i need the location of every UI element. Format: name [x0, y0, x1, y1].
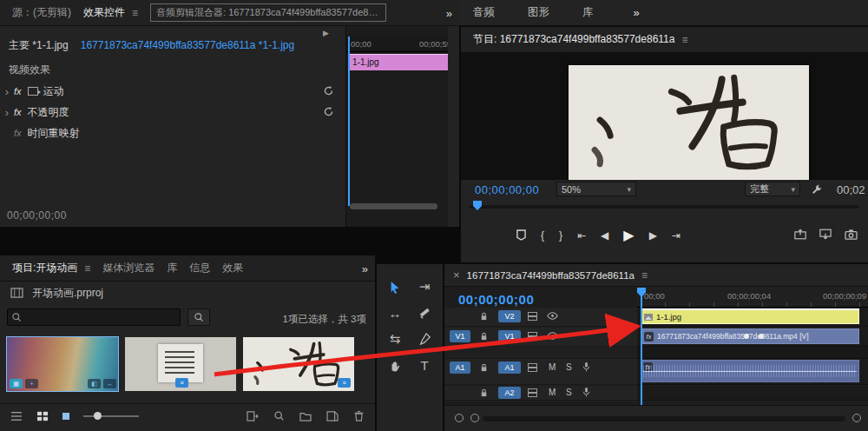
source-patch-a1[interactable]: A1	[450, 361, 470, 374]
track-v1-badge[interactable]: V1	[498, 330, 521, 342]
eye-icon[interactable]	[547, 331, 558, 341]
automate-to-sequence-icon[interactable]	[247, 411, 259, 421]
timeline-zoom-handle[interactable]	[455, 414, 464, 422]
track-v2-header[interactable]: V2	[444, 308, 637, 327]
project-tab-overflow-icon[interactable]: »	[362, 262, 368, 275]
tab-info[interactable]: 信息	[189, 261, 210, 275]
track-a2-content[interactable]	[637, 386, 868, 401]
mic-icon[interactable]	[582, 387, 591, 398]
track-select-forward-tool[interactable]: ⇥	[413, 276, 436, 297]
program-timecode[interactable]: 00;00;00;00	[475, 183, 539, 196]
effect-controls-timecode[interactable]: 00;00;00;00	[7, 209, 67, 222]
horizontal-scrollbar[interactable]	[350, 203, 437, 209]
tab-program-monitor[interactable]: 节目: 16771873ca74f499bffa83577de8611a	[473, 32, 674, 47]
export-frame-camera-icon[interactable]	[845, 229, 858, 240]
source-patch-v1[interactable]: V1	[450, 330, 470, 342]
chevron-right-icon[interactable]: ›	[0, 85, 14, 98]
track-a1-header[interactable]: A1 A1 M S	[444, 359, 637, 385]
playback-resolution-select[interactable]: 完整▾	[745, 182, 800, 196]
sync-lock-icon[interactable]	[528, 363, 537, 372]
timeline-zoom-handle[interactable]	[852, 414, 861, 422]
program-scrubber[interactable]	[461, 199, 868, 213]
project-item-thumbnail-selected[interactable]: ▦ + ◧ ↔	[7, 337, 118, 391]
mark-out-icon[interactable]: }	[559, 229, 562, 242]
project-item-thumbnail[interactable]: ≡	[243, 337, 354, 391]
tab-project[interactable]: 项目:开场动画	[12, 261, 77, 275]
workspace-tab-graphics[interactable]: 图形	[528, 5, 549, 20]
scrubber-track[interactable]	[470, 205, 859, 209]
effect-row-motion[interactable]: › fx 运动	[0, 82, 345, 101]
playhead[interactable]	[348, 36, 350, 206]
project-item-thumbnail[interactable]: ≡	[125, 337, 236, 391]
sync-lock-icon[interactable]	[528, 312, 537, 321]
project-file-row[interactable]: 开场动画.prproj	[0, 283, 103, 302]
lock-icon[interactable]	[479, 362, 489, 373]
pen-tool[interactable]	[413, 328, 436, 349]
list-view-icon[interactable]	[10, 411, 23, 421]
panel-menu-icon[interactable]: ≡	[84, 262, 90, 275]
slip-tool[interactable]: ⇆	[384, 328, 406, 349]
track-a2-badge[interactable]: A2	[498, 387, 521, 399]
panel-menu-icon[interactable]: ≡	[641, 269, 648, 282]
mute-button[interactable]: M	[549, 388, 556, 397]
thumbnail-zoom-slider[interactable]	[83, 415, 139, 417]
type-tool[interactable]: T	[413, 355, 436, 375]
eye-icon[interactable]	[547, 311, 558, 321]
timeline-zoom-handle[interactable]	[470, 414, 479, 422]
mini-timeline-ruler[interactable]: 00;00 00;00;59	[346, 36, 448, 52]
workspace-tab-audio[interactable]: 音频	[473, 5, 495, 20]
tab-sequence[interactable]: 16771873ca74f499bffa83577de8611a	[467, 270, 635, 281]
timeline-clip-image[interactable]: 1-1.jpg	[641, 308, 859, 324]
panel-menu-icon[interactable]: ≡	[132, 7, 138, 19]
program-video-area[interactable]	[461, 53, 868, 180]
track-a1-badge[interactable]: A1	[498, 361, 521, 374]
effect-row-time-remapping[interactable]: fx 时间重映射	[0, 123, 345, 143]
sync-lock-icon[interactable]	[528, 388, 537, 397]
effect-controls-tab-overflow-icon[interactable]: »	[446, 7, 452, 20]
trash-icon[interactable]	[353, 410, 365, 421]
track-a2-header[interactable]: A2 M S	[444, 386, 637, 401]
zoom-out-icon[interactable]	[62, 413, 69, 420]
find-icon[interactable]	[273, 410, 285, 421]
tab-audio-clip-mixer[interactable]: 音频剪辑混合器: 16771873ca74f499bffa83577de8611…	[150, 3, 386, 22]
reset-effect-icon[interactable]	[323, 85, 334, 96]
track-a1-content[interactable]: fx	[637, 359, 868, 385]
new-item-icon[interactable]	[326, 411, 339, 421]
go-to-in-icon[interactable]: ⇤	[577, 229, 586, 242]
mini-timeline-clip[interactable]: 1-1.jpg	[348, 54, 448, 70]
reset-effect-icon[interactable]	[323, 106, 334, 117]
tab-libraries[interactable]: 库	[167, 261, 177, 275]
lock-icon[interactable]	[479, 311, 489, 322]
track-v1-content[interactable]: fx 16771873ca74f499bffa83577de8611a.mp4 …	[637, 328, 868, 347]
track-v2-content[interactable]: 1-1.jpg	[637, 308, 868, 327]
timeline-clip-audio[interactable]: fx	[641, 360, 859, 382]
search-input[interactable]	[7, 308, 181, 326]
workspace-overflow-icon[interactable]: »	[634, 6, 640, 19]
timeline-ruler[interactable]: 00;00 00;00;00;04 00;00;00;09	[637, 287, 868, 308]
new-bin-folder-icon[interactable]	[299, 411, 312, 421]
mic-icon[interactable]	[582, 361, 591, 373]
mark-in-icon[interactable]: {	[541, 229, 544, 242]
timeline-horizontal-scrollbar[interactable]	[483, 416, 845, 421]
hand-tool[interactable]	[384, 355, 406, 375]
zoom-level-select[interactable]: 50%▾	[556, 182, 636, 196]
track-v1-header[interactable]: V1 V1	[444, 328, 637, 347]
step-back-icon[interactable]: ◀	[601, 229, 608, 242]
panel-menu-icon[interactable]: ≡	[681, 34, 687, 46]
selection-tool[interactable]	[384, 276, 406, 297]
settings-wrench-icon[interactable]	[811, 183, 823, 196]
timeline-view-toggle-icon[interactable]: ▶	[323, 29, 329, 37]
tab-source-monitor[interactable]: 源：(无剪辑)	[12, 5, 71, 20]
lock-icon[interactable]	[479, 388, 489, 398]
ripple-edit-tool[interactable]: ↔	[384, 302, 406, 323]
mute-button[interactable]: M	[549, 362, 556, 372]
workspace-tab-libraries[interactable]: 库	[582, 5, 594, 20]
sync-lock-icon[interactable]	[528, 332, 537, 341]
icon-view-icon[interactable]	[36, 411, 49, 421]
step-forward-icon[interactable]: ▶	[649, 229, 657, 242]
extract-icon[interactable]	[819, 229, 832, 240]
search-bin-button[interactable]	[187, 308, 210, 326]
lock-icon[interactable]	[479, 331, 489, 341]
tab-media-browser[interactable]: 媒体浏览器	[102, 261, 155, 275]
close-icon[interactable]: ×	[453, 269, 460, 282]
